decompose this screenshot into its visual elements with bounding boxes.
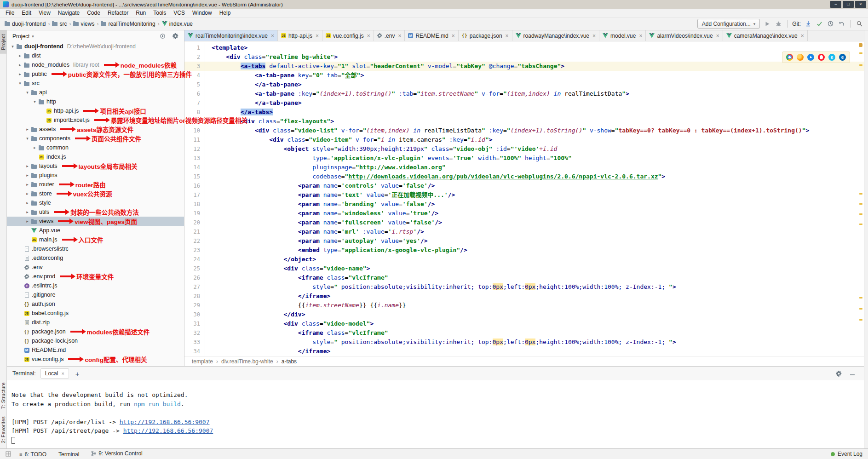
tree-item-editorconfig[interactable]: .editorconfig [7, 253, 184, 263]
menu-vcs[interactable]: VCS [170, 10, 189, 16]
tree-open-arrow-icon[interactable]: ▾ [24, 90, 30, 95]
tree-open-arrow-icon[interactable]: ▾ [24, 136, 30, 141]
code-line-31[interactable]: 31 <div class="video-model"> [184, 319, 864, 328]
gear-icon[interactable] [834, 369, 843, 378]
tree-item-auth-json[interactable]: {}auth.json [7, 299, 184, 309]
debug-icon[interactable] [774, 20, 782, 28]
code-line-29[interactable]: 29 {{item.streetName}} {{i.name}} [184, 301, 864, 310]
status-terminal[interactable]: Terminal [58, 451, 79, 458]
code-line-25[interactable]: 25 <div class="video-name"> [184, 264, 864, 273]
tree-item-package-lock-json[interactable]: {}package-lock.json [7, 336, 184, 345]
tree-item-assets[interactable]: ▸assetsassets静态资源文件 [7, 125, 184, 134]
tree-item-http-api-js[interactable]: JShttp-api.js项目相关api接口 [7, 106, 184, 115]
tree-item-browserslistrc[interactable]: .browserslistrc [7, 244, 184, 253]
code-line-21[interactable]: 21 <param name='mrl' :value='i.rtsp'/> [184, 227, 864, 236]
code-line-10[interactable]: 10 <div class="video-list" v-for="(item,… [184, 126, 864, 135]
close-icon[interactable]: × [61, 371, 64, 376]
code-line-23[interactable]: 23 <embed type="application/x-google-vlc… [184, 246, 864, 255]
tree-closed-arrow-icon[interactable]: ▸ [17, 72, 23, 76]
tree-item-public[interactable]: ▸publicpublic资源文件夹，一般放引用的第三方插件 [7, 69, 184, 79]
code-line-14[interactable]: 14 pluginspage="http://www.videolan.org" [184, 163, 864, 172]
tool-button-project[interactable]: Project [0, 30, 6, 54]
project-panel-title[interactable]: Project ▾ [12, 33, 34, 40]
tree-closed-arrow-icon[interactable]: ▸ [24, 127, 30, 132]
tree-item-router[interactable]: ▸routerrouter路由 [7, 180, 184, 189]
history-icon[interactable] [826, 20, 834, 28]
breadcrumb-realtimemonitoring[interactable]: realTimeMonitoring [101, 21, 155, 27]
code-line-33[interactable]: 33 style=" position:absolute;visibility:… [184, 338, 864, 347]
code-line-22[interactable]: 22 <param name='autoplay' value='yes'/> [184, 236, 864, 246]
close-tab-icon[interactable]: × [639, 33, 642, 39]
code-line-27[interactable]: 27 style=" position:absolute;visibility:… [184, 282, 864, 292]
tree-item-readme-md[interactable]: MREADME.md [7, 345, 184, 355]
tree-item-eslintrc-js[interactable]: e.eslintrc.js [7, 281, 184, 290]
dash-icon[interactable] [848, 369, 857, 378]
code-line-30[interactable]: 30 </div> [184, 310, 864, 319]
tree-closed-arrow-icon[interactable]: ▸ [32, 145, 38, 150]
tree-item-dist[interactable]: ▸dist [7, 51, 184, 60]
tree-closed-arrow-icon[interactable]: ▸ [24, 164, 30, 168]
status-6-todo[interactable]: ≡6: TODO [19, 451, 46, 458]
code-line-26[interactable]: 26 <iframe class="vlcIframe" [184, 273, 864, 282]
code-line-19[interactable]: 19 <param name='windowless' value='true'… [184, 209, 864, 218]
new-terminal-button[interactable]: + [74, 370, 81, 378]
code-line-4[interactable]: 4 <a-tab-pane key="0" tab="全部"> [184, 71, 864, 80]
close-tab-icon[interactable]: × [316, 33, 319, 39]
menu-navigate[interactable]: Navigate [54, 10, 83, 16]
editor-tab-env[interactable]: .env× [374, 30, 405, 41]
tree-closed-arrow-icon[interactable]: ▸ [24, 219, 30, 224]
editor-tab-http-api-js[interactable]: JShttp-api.js× [278, 30, 322, 41]
tool-button-2-favorites[interactable]: 2: Favorites [0, 413, 6, 447]
code-line-28[interactable]: 28 </iframe> [184, 292, 864, 301]
close-tab-icon[interactable]: × [398, 33, 401, 39]
menu-tools[interactable]: Tools [149, 10, 170, 16]
tree-item-src[interactable]: ▾src [7, 79, 184, 88]
chrome-icon[interactable] [786, 54, 793, 61]
editor-breadcrumb-template[interactable]: template [192, 358, 213, 365]
code-line-11[interactable]: 11 <div class="video-item" v-for="i in i… [184, 135, 864, 144]
minimize-button[interactable]: – [830, 1, 841, 8]
tree-item-utils[interactable]: ▸utils封装的一些公共函数方法 [7, 207, 184, 217]
maximize-button[interactable]: □ [843, 1, 854, 8]
tree-open-arrow-icon[interactable]: ▾ [32, 99, 38, 104]
close-tab-icon[interactable]: × [271, 33, 274, 39]
tree-item-gitignore[interactable]: .gitignore [7, 290, 184, 299]
safari-icon[interactable] [807, 54, 814, 61]
code-line-16[interactable]: 16 <param name='controls' value='false'/… [184, 181, 864, 190]
editor-tab-package-json[interactable]: {}package.json× [459, 30, 512, 41]
editor-tab-cameramanage-index-vue[interactable]: cameraManage\index.vue× [723, 30, 808, 41]
code-line-24[interactable]: 24 </object> [184, 255, 864, 264]
code-line-3[interactable]: 3 <a-tabs default-active-key="1" slot="h… [184, 62, 864, 71]
breadcrumb-duoji-frontend[interactable]: duoji-frontend [5, 21, 46, 27]
tree-item-babel-config-js[interactable]: JSbabel.config.js [7, 309, 184, 318]
firefox-icon[interactable] [797, 54, 804, 61]
event-log-button[interactable]: Event Log [831, 451, 862, 457]
close-tab-icon[interactable]: × [716, 33, 719, 39]
close-tab-icon[interactable]: × [506, 33, 509, 39]
add-configuration-button[interactable]: Add Configuration... ▾ [697, 19, 760, 29]
opera-icon[interactable] [818, 54, 825, 61]
code-editor[interactable]: ee 1<template> [184, 41, 864, 356]
close-tab-icon[interactable]: × [367, 33, 370, 39]
tree-item-api[interactable]: ▾api [7, 88, 184, 97]
commit-icon[interactable] [815, 20, 823, 28]
tree-item-components[interactable]: ▾components页面公共组件文件 [7, 134, 184, 143]
tree-item-views[interactable]: ▸viewsview视图、pages页面 [7, 217, 184, 226]
code-line-12[interactable]: 12 <object style="width:390px;height:219… [184, 144, 864, 154]
close-tab-icon[interactable]: × [801, 33, 804, 39]
tree-closed-arrow-icon[interactable]: ▸ [24, 201, 30, 205]
tree-item-index-js[interactable]: JSindex.js [7, 152, 184, 161]
editor-tab-model-vue[interactable]: model.vue× [599, 30, 646, 41]
code-line-34[interactable]: 34 </iframe> [184, 347, 864, 356]
menu-edit[interactable]: Edit [18, 10, 35, 16]
terminal-link[interactable]: http://192.168.66.56:9007 [123, 427, 213, 434]
code-line-2[interactable]: 2 <div class="realTime bg-white"> [184, 52, 864, 62]
editor-breadcrumb-div-realtime-bg-white[interactable]: div.realTime.bg-white [221, 358, 273, 365]
ie-icon[interactable]: e [828, 54, 835, 61]
tool-window-switcher-icon[interactable] [6, 451, 11, 457]
tree-open-arrow-icon[interactable]: ▾ [10, 44, 16, 49]
close-tab-icon[interactable]: × [452, 33, 455, 39]
code-line-13[interactable]: 13 type='application/x-vlc-plugin' event… [184, 154, 864, 163]
tree-item-package-json[interactable]: {}package.jsonmodules依赖描述文件 [7, 327, 184, 336]
tree-item-app-vue[interactable]: App.vue [7, 226, 184, 235]
